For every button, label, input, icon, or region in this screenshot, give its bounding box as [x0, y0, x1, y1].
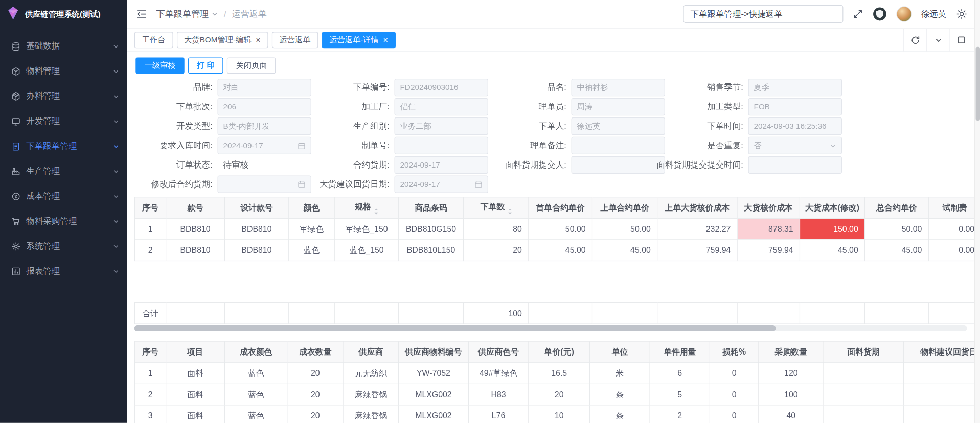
field-input-bulk-suggested-return-date[interactable]: 2024-09-17	[395, 176, 488, 193]
field-input-factory[interactable]: 侣仁	[395, 98, 488, 115]
field-production-group: 生产组别:业务二部	[311, 118, 488, 135]
collapse-sidebar-icon[interactable]	[135, 8, 147, 20]
table-cell	[903, 405, 980, 423]
field-label: 下单批次:	[176, 101, 217, 112]
field-input-is-duplicate[interactable]: 否	[748, 137, 842, 154]
table-row[interactable]: 2BDB810BDB810蓝色蓝色_150BDB810L1502045.0045…	[134, 240, 980, 261]
print-button[interactable]: 打 印	[188, 57, 223, 74]
column-header: 试制费	[928, 197, 980, 219]
tab-workbench[interactable]: 工作台	[134, 32, 173, 48]
sidebar-item-label: 办料管理	[26, 90, 107, 102]
field-label: 理单备注:	[530, 140, 571, 151]
sidebar-item-cost[interactable]: 成本管理	[0, 183, 127, 208]
field-input-modified-contract-delivery-date[interactable]	[217, 176, 311, 193]
gear-icon[interactable]	[956, 8, 968, 20]
refresh-icon[interactable]	[903, 29, 926, 52]
tab-label: 运营返单-详情	[329, 35, 379, 45]
table-cell: 45.00	[529, 240, 592, 261]
table-row[interactable]: 2面料蓝色20麻辣香锅MLXG002H8320条50100	[134, 384, 980, 405]
table-cell: 759.94	[737, 240, 800, 261]
field-input-order-no[interactable]: FD20240903016	[395, 79, 488, 96]
field-input-process-type[interactable]: FOB	[748, 98, 842, 115]
field-input-doc-no[interactable]	[395, 137, 488, 154]
breadcrumb-parent[interactable]: 下单跟单管理	[156, 9, 209, 20]
vertical-scrollbar[interactable]	[974, 0, 980, 423]
field-label: 品名:	[547, 82, 571, 93]
column-header: 项目	[166, 341, 225, 363]
avatar[interactable]	[896, 6, 912, 22]
field-input-order-person[interactable]: 徐远英	[572, 118, 665, 135]
badge-icon[interactable]	[872, 7, 886, 21]
column-header: 上单合约单价	[592, 197, 657, 219]
sidebar-item-label: 报表管理	[26, 266, 107, 277]
tab-bom-edit[interactable]: 大货BOM管理-编辑×	[176, 32, 268, 48]
sidebar-item-procurement[interactable]: 物料采购管理	[0, 208, 127, 233]
table-row[interactable]: 1面料蓝色20元无纺织YW-705249#草绿色16.5米60120	[134, 363, 980, 384]
column-header[interactable]: 规格	[335, 197, 399, 219]
field-merchandiser-remark: 理单备注:	[488, 137, 665, 154]
sidebar-item-base-data[interactable]: 基础数据	[0, 34, 127, 59]
field-input-brand[interactable]: 对白	[217, 79, 311, 96]
first-level-approve-button[interactable]: 一级审核	[135, 57, 184, 74]
sidebar-item-system[interactable]: 系统管理	[0, 233, 127, 258]
user-name[interactable]: 徐远英	[921, 9, 947, 20]
field-label: 面料货期提交人:	[505, 159, 572, 171]
column-header: 成衣数量	[287, 341, 344, 363]
sidebar-item-material[interactable]: 物料管理	[0, 59, 127, 84]
material-table: 序号项目成衣颜色成衣数量供应商供应商物料编号供应商色号单价(元)单位单件用量损耗…	[134, 341, 980, 423]
field-input-fabric-delivery-submit-time[interactable]	[748, 156, 842, 174]
field-input-production-group[interactable]: 业务二部	[395, 118, 488, 135]
field-input-contract-delivery-date[interactable]: 2024-09-17	[395, 156, 488, 174]
vertical-scrollbar-thumb[interactable]	[976, 47, 980, 121]
table-row[interactable]: 合计100	[134, 302, 980, 324]
sidebar-item-report[interactable]: 报表管理	[0, 258, 127, 284]
table-cell: 面料	[166, 405, 225, 423]
tab-operation-return-detail[interactable]: 运营返单-详情×	[322, 32, 395, 48]
sidebar-item-production[interactable]: 生产管理	[0, 159, 127, 184]
table-cell	[903, 363, 980, 384]
column-header: 供应商	[344, 341, 399, 363]
field-input-sales-season[interactable]: 夏季	[748, 79, 842, 96]
field-input-dev-type[interactable]: B类-内部开发	[217, 118, 311, 135]
field-order-no: 下单编号:FD20240903016	[311, 79, 488, 96]
sidebar-item-trim-material[interactable]: 办料管理	[0, 84, 127, 109]
table-row[interactable]: 1BDB810BDB810军绿色军绿色_150BDB810G1508050.00…	[134, 218, 980, 240]
table-cell	[824, 384, 904, 405]
field-label: 下单人:	[539, 121, 572, 132]
field-input-fabric-delivery-submitter[interactable]	[572, 156, 665, 174]
sidebar-item-label: 生产管理	[26, 166, 107, 177]
tab-label: 运营返单	[279, 35, 310, 45]
close-page-button[interactable]: 关闭页面	[227, 57, 276, 74]
close-icon[interactable]: ×	[383, 36, 388, 44]
fullscreen-icon[interactable]	[852, 9, 863, 19]
tab-operation-return[interactable]: 运营返单	[272, 32, 318, 48]
field-dev-type: 开发类型:B类-内部开发	[134, 118, 311, 135]
sort-icon[interactable]	[374, 209, 378, 214]
table-cell: BDB810	[166, 218, 225, 240]
field-fabric-delivery-submit-time: 面料货期提交提交时间:	[665, 156, 842, 174]
sidebar-item-label: 基础数据	[26, 40, 107, 52]
chevron-down-icon[interactable]	[926, 29, 949, 52]
sidebar-item-order-tracking[interactable]: 下单跟单管理	[0, 134, 127, 159]
field-input-required-inbound-time[interactable]: 2024-09-17	[217, 137, 311, 154]
close-icon[interactable]: ×	[256, 36, 260, 44]
table-cell: 150.00	[800, 218, 864, 240]
horizontal-scrollbar[interactable]	[134, 325, 967, 331]
sidebar-item-development[interactable]: 开发管理	[0, 109, 127, 134]
table-cell: 0	[710, 405, 758, 423]
quick-nav-box[interactable]: 下单跟单管理->快捷返单	[683, 5, 843, 23]
maximize-icon[interactable]	[949, 29, 972, 52]
field-input-product-name[interactable]: 中袖衬衫	[572, 79, 665, 96]
field-input-merchandiser[interactable]: 周涛	[572, 98, 665, 115]
column-header[interactable]: 下单数	[464, 197, 529, 219]
table-cell: 合计	[134, 302, 166, 324]
sort-icon[interactable]	[508, 209, 511, 214]
horizontal-scrollbar-thumb[interactable]	[134, 325, 776, 331]
table-row[interactable]: 3面料蓝色20麻辣香锅MLXG002L7610条2040	[134, 405, 980, 423]
field-input-merchandiser-remark[interactable]	[572, 137, 665, 154]
field-input-order-time[interactable]: 2024-09-03 16:25:36	[748, 118, 842, 135]
column-header: 单位	[590, 341, 650, 363]
calendar-icon	[474, 180, 483, 189]
field-input-order-batch[interactable]: 206	[217, 98, 311, 115]
table-cell: 1	[134, 363, 166, 384]
